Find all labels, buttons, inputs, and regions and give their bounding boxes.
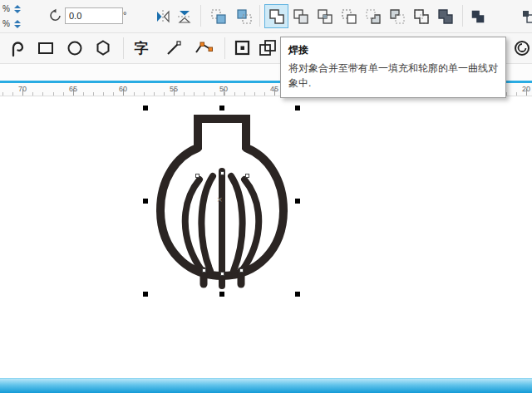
- combine-icon: [470, 8, 486, 25]
- hook-curve-icon: [7, 38, 27, 58]
- separator: [224, 37, 225, 59]
- combine-shapes-button[interactable]: [433, 4, 457, 28]
- degree-unit-label: °: [123, 10, 126, 20]
- contour-icon: [234, 39, 252, 57]
- weld-button[interactable]: [264, 4, 288, 28]
- create-boundary-icon: [412, 7, 431, 26]
- mirror-vertical-icon: [176, 8, 193, 25]
- scale-h-label: %: [2, 4, 10, 13]
- bottom-scroll-strip: [0, 378, 532, 393]
- selection-handle-bottom-left[interactable]: [143, 292, 148, 297]
- separator: [123, 37, 124, 59]
- keep-source-button[interactable]: [208, 6, 229, 27]
- curve-node[interactable]: [220, 171, 224, 175]
- polygon-tool-icon: [94, 39, 112, 57]
- ellipse-tool[interactable]: [64, 37, 86, 59]
- text-tool[interactable]: 字: [131, 37, 152, 59]
- circular-tool[interactable]: [511, 37, 532, 59]
- ellipse-tool-icon: [66, 39, 84, 57]
- scale-v-label: %: [2, 19, 10, 28]
- selection-handle-top-right[interactable]: [295, 106, 300, 111]
- scale-arrows-icon: [12, 4, 22, 14]
- property-bar: % % °: [0, 0, 532, 33]
- line-tool[interactable]: [163, 37, 185, 59]
- scale-factor-fields[interactable]: % %: [2, 2, 46, 30]
- toolbar-overflow-button[interactable]: [520, 6, 532, 27]
- rotation-icon: [48, 8, 62, 22]
- hook-curve-tool[interactable]: [7, 37, 28, 59]
- create-boundary-button[interactable]: [409, 4, 433, 28]
- curve-node[interactable]: [245, 174, 249, 178]
- weld-icon: [268, 7, 286, 26]
- selection-handle-bottom-right[interactable]: [295, 292, 300, 297]
- blend-tool[interactable]: [257, 37, 278, 59]
- separator: [259, 5, 260, 27]
- intersect-icon: [316, 7, 334, 26]
- ruler-label: 70: [15, 85, 30, 93]
- circular-tool-icon: [513, 39, 531, 57]
- rectangle-tool[interactable]: [35, 37, 57, 59]
- back-minus-front-button[interactable]: [385, 4, 409, 28]
- simplify-button[interactable]: [337, 4, 361, 28]
- keep-target-button[interactable]: [234, 6, 255, 27]
- rotation-angle-input[interactable]: [65, 7, 123, 24]
- bezier-tool-icon: [194, 38, 214, 58]
- simplify-icon: [340, 7, 358, 26]
- ruler-label: 55: [166, 85, 181, 93]
- curve-node[interactable]: [220, 272, 224, 276]
- object-rib: [231, 176, 243, 271]
- tooltip-title: 焊接: [288, 43, 498, 57]
- intersect-button[interactable]: [313, 4, 337, 28]
- combine-button[interactable]: [467, 6, 489, 27]
- object-rib: [201, 176, 213, 271]
- back-minus-front-icon: [388, 7, 406, 26]
- rectangle-tool-icon: [37, 39, 55, 57]
- coreldraw-window: % % °: [0, 0, 532, 393]
- selection-handle-mid-right[interactable]: [295, 199, 300, 204]
- object-neck: [198, 119, 246, 150]
- polygon-tool[interactable]: [92, 37, 114, 59]
- ruler-label: 50: [216, 85, 231, 93]
- scale-arrows-icon: [12, 19, 22, 29]
- combine-shapes-icon: [436, 7, 455, 26]
- curve-node[interactable]: [239, 268, 244, 273]
- selection-handle-mid-left[interactable]: [143, 199, 148, 204]
- ruler-label: 20: [519, 85, 532, 93]
- toolbar-overflow-icon: [521, 9, 532, 24]
- separator: [462, 5, 463, 27]
- object-center-marker: ×: [217, 194, 222, 204]
- contour-tool[interactable]: [232, 37, 254, 59]
- selected-object[interactable]: [155, 113, 291, 294]
- tooltip: 焊接 将对象合并至带有单一填充和轮廓的单一曲线对象中.: [280, 37, 506, 98]
- curve-node[interactable]: [195, 174, 200, 178]
- mirror-vertical-button[interactable]: [174, 6, 195, 27]
- bezier-tool[interactable]: [193, 37, 214, 59]
- scale-h-field[interactable]: %: [2, 2, 46, 15]
- front-minus-back-icon: [364, 7, 382, 26]
- trim-icon: [292, 7, 310, 26]
- scale-v-field[interactable]: %: [2, 17, 46, 30]
- separator: [200, 5, 201, 27]
- selection-handle-top-left[interactable]: [143, 106, 148, 111]
- front-minus-back-button[interactable]: [361, 4, 385, 28]
- mirror-horizontal-icon: [155, 8, 171, 25]
- text-tool-icon: 字: [135, 42, 149, 56]
- line-tool-icon: [165, 39, 183, 57]
- shaping-button-group: [264, 4, 457, 28]
- blend-icon: [259, 39, 277, 57]
- tooltip-body: 将对象合并至带有单一填充和轮廓的单一曲线对象中.: [288, 61, 498, 91]
- trim-button[interactable]: [288, 4, 313, 28]
- keep-source-icon: [210, 8, 227, 25]
- keep-target-icon: [236, 8, 253, 25]
- mirror-horizontal-button[interactable]: [152, 6, 174, 27]
- ruler-label: 60: [116, 85, 131, 93]
- selection-handle-top-center[interactable]: [219, 106, 224, 111]
- ruler-label: 65: [66, 85, 81, 93]
- curve-node[interactable]: [202, 268, 206, 273]
- selection-handle-bottom-center[interactable]: [219, 292, 224, 297]
